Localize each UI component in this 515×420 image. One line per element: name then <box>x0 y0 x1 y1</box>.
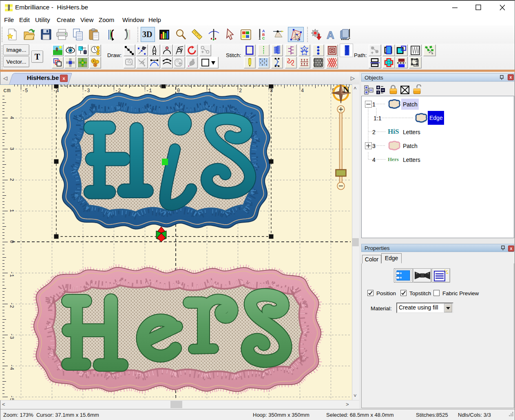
svg-text:4: 4 <box>9 116 14 119</box>
svg-text:0: 0 <box>9 240 14 243</box>
svg-text:-3: -3 <box>84 88 90 94</box>
svg-text:-1: -1 <box>146 88 152 94</box>
svg-text:4: 4 <box>301 88 304 94</box>
svg-text:cm: cm <box>3 87 11 94</box>
svg-text:-3: -3 <box>9 333 14 339</box>
svg-text:-4: -4 <box>9 364 14 370</box>
svg-text:C: C <box>262 36 265 40</box>
svg-text:1: 1 <box>9 209 14 212</box>
svg-text:N: N <box>343 84 349 95</box>
svg-text:3: 3 <box>9 147 14 150</box>
svg-text:-5: -5 <box>22 88 28 94</box>
svg-text:-1: -1 <box>9 271 14 277</box>
svg-text:-5: -5 <box>9 395 14 400</box>
svg-text:3D: 3D <box>142 30 152 39</box>
svg-text:2: 2 <box>9 178 14 181</box>
svg-text:A: A <box>327 29 334 41</box>
svg-text:-4: -4 <box>53 88 59 94</box>
svg-text:2: 2 <box>239 88 242 94</box>
svg-text:-2: -2 <box>9 302 14 308</box>
